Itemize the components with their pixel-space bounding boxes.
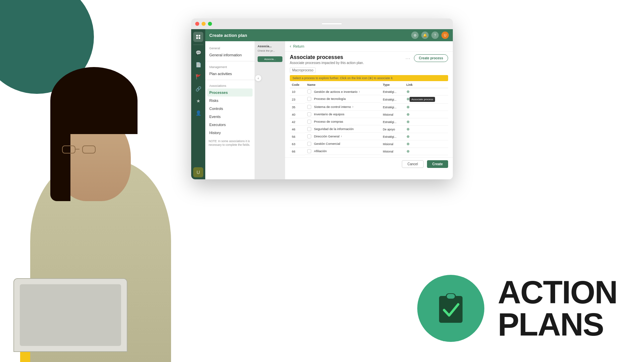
row-checkbox[interactable] (307, 149, 311, 153)
content-title-group: Associate processes Associate processes … (290, 54, 364, 65)
table-row[interactable]: 23Proceso de tecnologíaEstratégi...⊕Asso… (290, 96, 448, 104)
person-photo (0, 60, 221, 362)
cell-code: 56 (290, 133, 305, 140)
action-plans-title-line1: ACTION (498, 276, 617, 308)
cell-link[interactable]: ⊕ (405, 111, 448, 118)
step-associate-button[interactable]: Associa... (258, 56, 282, 62)
table-header-row: Code Name Type Link (290, 82, 448, 88)
sidebar-doc-icon[interactable]: 📄 (193, 60, 203, 70)
maximize-dot[interactable] (208, 22, 212, 26)
management-label: Management (205, 63, 255, 70)
sidebar-link-icon[interactable]: 🔗 (193, 84, 203, 94)
more-options-icon[interactable]: ··· (406, 56, 411, 61)
cell-code: 10 (290, 88, 305, 96)
clipboard-icon (432, 289, 469, 327)
svg-rect-0 (439, 296, 463, 323)
nav-processes[interactable]: Processes (207, 88, 253, 97)
cell-type: Misional (381, 148, 404, 155)
cell-type: Misional (381, 111, 404, 118)
nav-history[interactable]: History (205, 129, 255, 137)
table-row[interactable]: 66AfiliaciónMisional⊕ (290, 148, 448, 155)
cell-link[interactable]: ⊕ (405, 88, 448, 96)
close-dot[interactable] (195, 22, 199, 26)
nav-toggle-button[interactable]: ‹ (255, 75, 262, 81)
cell-name: Gestión Comercial (305, 140, 381, 147)
associate-link-icon[interactable]: ⊕ (407, 127, 410, 131)
row-checkbox[interactable] (307, 134, 311, 138)
sidebar-flag-icon[interactable]: 🚩 (193, 72, 203, 82)
associate-link-icon[interactable]: ⊕ (407, 120, 410, 124)
cell-link[interactable]: ⊕ (405, 133, 448, 140)
row-checkbox[interactable] (307, 89, 311, 94)
step-panel-title: Associa... (258, 45, 282, 48)
associate-link-icon[interactable]: ⊕ (407, 89, 410, 94)
nav-risks[interactable]: Risks (205, 97, 255, 105)
nav-plan-activities[interactable]: Plan activities (205, 70, 255, 78)
cell-name: Inventario de equipos (305, 111, 381, 118)
chevron-right-icon[interactable]: › (359, 90, 360, 94)
associate-link-icon[interactable]: ⊕ (407, 105, 410, 109)
associate-link-icon[interactable]: ⊕ (407, 97, 410, 101)
table-row[interactable]: 56Dirección General›Estratégi...⊕ (290, 133, 448, 140)
cell-link[interactable]: ⊕ (405, 148, 448, 155)
minimize-dot[interactable] (202, 22, 206, 26)
sidebar-person-icon[interactable]: 👤 (193, 108, 203, 118)
cell-link[interactable]: ⊕ (405, 118, 448, 126)
table-row[interactable]: 10Gestión de activos e inventario›Estrat… (290, 88, 448, 96)
table-row[interactable]: 42Proceso de comprasEstratégi...⊕ (290, 118, 448, 126)
associate-link-icon[interactable]: ⊕ (407, 142, 410, 146)
step-panel-subtitle: Check the pr... (258, 49, 282, 53)
cancel-button[interactable]: Cancel (402, 160, 424, 168)
content-header: Associate processes Associate processes … (285, 52, 453, 67)
sidebar-user-icon[interactable]: U (193, 167, 203, 177)
cell-link[interactable]: ⊕Associate process (405, 96, 448, 104)
action-plans-section: ACTION PLANS (417, 275, 617, 342)
create-process-button[interactable]: Create process (414, 54, 448, 62)
table-row[interactable]: 40Inventario de equiposMisional⊕ (290, 111, 448, 118)
table-row[interactable]: 46Seguridad de la informaciónDe apoyo⊕ (290, 126, 448, 133)
row-checkbox[interactable] (307, 127, 311, 131)
associate-link-icon[interactable]: ⊕ (407, 149, 410, 153)
cell-link[interactable]: ⊕ (405, 104, 448, 111)
return-label[interactable]: Return (293, 44, 304, 48)
associate-link-icon[interactable]: ⊕ (407, 112, 410, 116)
header-icon-2[interactable]: 🔔 (421, 32, 429, 39)
header-icon-1[interactable]: ⚙ (411, 32, 419, 39)
cell-type: Estratégi... (381, 118, 404, 126)
sidebar-grid-icon[interactable] (193, 32, 203, 42)
nav-general-information[interactable]: General information (205, 51, 255, 59)
nav-executors[interactable]: Executors (205, 121, 255, 129)
create-button[interactable]: Create (427, 160, 448, 168)
cell-code: 66 (290, 148, 305, 155)
macroproceso-label: Macroproceso (290, 67, 316, 73)
cell-type: Estratégi... (381, 104, 404, 111)
url-bar[interactable] (321, 23, 342, 25)
row-checkbox[interactable] (307, 97, 311, 101)
cell-code: 23 (290, 96, 305, 104)
return-bar: ‹ Return (285, 41, 453, 52)
header-icon-3[interactable]: ? (431, 32, 439, 39)
cell-link[interactable]: ⊕ (405, 126, 448, 133)
chevron-right-icon[interactable]: › (341, 134, 342, 138)
row-checkbox[interactable] (307, 105, 311, 109)
sidebar-star-icon[interactable]: ★ (193, 96, 203, 106)
sidebar-chat-icon[interactable]: 💬 (193, 48, 203, 58)
nav-controls[interactable]: Controls (205, 105, 255, 113)
nav-events[interactable]: Events (205, 113, 255, 121)
table-row[interactable]: 63Gestión ComercialMisional⊕ (290, 140, 448, 148)
app-sidebar: 💬 📄 🚩 🔗 ★ 👤 U (191, 29, 205, 179)
associate-link-icon[interactable]: ⊕ (407, 134, 410, 138)
table-row[interactable]: 35Sistema de control interno›Estratégi..… (290, 104, 448, 111)
row-checkbox[interactable] (307, 142, 311, 146)
cell-link[interactable]: ⊕ (405, 140, 448, 148)
header-icon-user[interactable]: U (441, 32, 449, 39)
processes-table: Code Name Type Link 10Gestión de activos… (290, 82, 448, 155)
alert-row: Select a process to explore further. Cli… (290, 75, 448, 81)
return-arrow-icon: ‹ (290, 44, 291, 49)
row-checkbox[interactable] (307, 112, 311, 116)
app-body: General General information Management P… (205, 41, 453, 179)
row-checkbox[interactable] (307, 120, 311, 124)
chevron-right-icon[interactable]: › (352, 105, 353, 109)
svg-rect-2 (447, 294, 455, 299)
col-code: Code (290, 82, 305, 88)
